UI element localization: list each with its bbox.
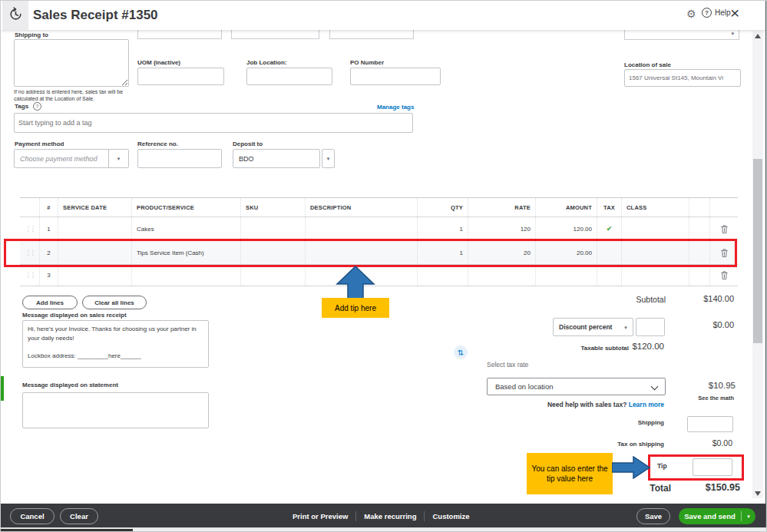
cell-qty[interactable] bbox=[418, 265, 468, 286]
total-value: $150.95 bbox=[672, 482, 740, 493]
cell-qty[interactable]: 1 bbox=[418, 241, 468, 264]
cell-service-date[interactable] bbox=[58, 265, 132, 286]
cell-tax[interactable] bbox=[597, 241, 622, 264]
cell-class[interactable] bbox=[622, 265, 689, 286]
scrollbar-thumb[interactable] bbox=[753, 159, 762, 343]
print-or-preview-button[interactable]: Print or Preview bbox=[293, 512, 348, 520]
message-statement-field[interactable] bbox=[22, 392, 209, 428]
cell-description[interactable] bbox=[306, 241, 418, 264]
discount-type-dropdown[interactable]: Discount percent ▾ bbox=[553, 318, 633, 336]
deposit-to-value: BDO bbox=[233, 150, 319, 167]
sales-tax-help-row: Need help with sales tax? Learn more bbox=[477, 401, 664, 408]
cell-amount[interactable]: 20.00 bbox=[536, 241, 597, 264]
make-recurring-button[interactable]: Make recurring bbox=[364, 512, 416, 520]
tip-value-callout: You can also enter the tip value here bbox=[527, 453, 613, 494]
deposit-to-caret-button[interactable]: ▾ bbox=[322, 149, 335, 168]
cell-qty[interactable]: 1 bbox=[418, 217, 468, 240]
cell-rate[interactable] bbox=[468, 265, 536, 286]
reference-no-field[interactable] bbox=[137, 149, 222, 168]
sales-tax-help-text: Need help with sales tax? bbox=[547, 401, 626, 408]
cell-service-date[interactable] bbox=[58, 217, 132, 240]
cell-description[interactable] bbox=[306, 217, 418, 240]
up-arrow-annotation bbox=[336, 266, 375, 299]
trash-icon bbox=[720, 224, 729, 234]
cell-service-date[interactable] bbox=[58, 241, 132, 264]
vertical-scrollbar[interactable] bbox=[752, 31, 763, 498]
uom-label: UOM (inactive) bbox=[137, 59, 180, 66]
cell-class[interactable] bbox=[622, 217, 689, 240]
save-button[interactable]: Save bbox=[636, 508, 670, 524]
scroll-up-arrow[interactable] bbox=[755, 34, 761, 38]
cell-sku[interactable] bbox=[241, 265, 306, 286]
cell-product[interactable]: Tips Service Item (Cash) bbox=[132, 241, 241, 264]
tax-rate-dropdown[interactable]: Based on location bbox=[487, 378, 666, 395]
partial-field-1[interactable] bbox=[137, 30, 222, 39]
horizontal-scrollbar[interactable] bbox=[1, 527, 767, 532]
cell-rate[interactable]: 20 bbox=[468, 241, 536, 264]
chevron-down-icon[interactable]: ▾ bbox=[742, 514, 755, 520]
cell-sku[interactable] bbox=[241, 241, 306, 264]
shipping-field[interactable] bbox=[687, 416, 733, 432]
partial-field-4[interactable]: ▾ bbox=[624, 30, 739, 40]
message-receipt-label: Message displayed on sales receipt bbox=[22, 312, 127, 319]
gear-icon[interactable]: ⚙ bbox=[686, 8, 696, 20]
delete-row-button[interactable] bbox=[710, 265, 738, 286]
cell-num: 2 bbox=[40, 241, 58, 264]
discount-amount-field[interactable] bbox=[636, 318, 665, 336]
cancel-button[interactable]: Cancel bbox=[10, 508, 55, 524]
drag-handle-icon[interactable]: ⋮⋮ bbox=[25, 226, 35, 233]
delete-row-button[interactable] bbox=[710, 241, 738, 264]
cell-num: 1 bbox=[40, 217, 58, 240]
clear-all-lines-button[interactable]: Clear all lines bbox=[82, 296, 147, 309]
swap-arrows-icon[interactable]: ⇅ bbox=[454, 345, 468, 359]
cell-tax: ✔ bbox=[597, 217, 622, 240]
cell-product[interactable] bbox=[132, 265, 241, 286]
add-lines-button[interactable]: Add lines bbox=[22, 296, 78, 309]
job-location-field[interactable] bbox=[246, 68, 332, 85]
drag-handle-icon[interactable]: ⋮⋮ bbox=[25, 249, 35, 256]
cell-product[interactable]: Cakes bbox=[132, 217, 241, 240]
cell-amount[interactable]: 120.00 bbox=[536, 217, 597, 240]
uom-field[interactable] bbox=[137, 68, 224, 85]
cell-num: 3 bbox=[40, 265, 58, 286]
cell-class[interactable] bbox=[622, 241, 689, 264]
see-the-math-link[interactable]: See the math bbox=[669, 395, 734, 401]
job-location-label: Job Location: bbox=[246, 59, 286, 66]
col-header-qty: QTY bbox=[418, 198, 468, 216]
clear-button[interactable]: Clear bbox=[60, 508, 98, 524]
po-number-field[interactable] bbox=[350, 68, 441, 85]
tags-help-icon[interactable]: ? bbox=[33, 102, 41, 111]
drag-handle-icon[interactable]: ⋮⋮ bbox=[25, 272, 35, 279]
scrollbar-thumb[interactable] bbox=[1, 529, 133, 532]
line-items-table: # SERVICE DATE PRODUCT/SERVICE SKU DESCR… bbox=[20, 197, 738, 286]
close-icon[interactable]: × bbox=[730, 4, 739, 22]
customize-button[interactable]: Customize bbox=[432, 512, 469, 520]
partial-field-3[interactable] bbox=[329, 30, 414, 39]
cell-tax[interactable] bbox=[597, 265, 622, 286]
recent-transactions-button[interactable] bbox=[2, 1, 28, 30]
cell-amount[interactable] bbox=[536, 265, 597, 286]
message-receipt-field[interactable]: Hi, here's your Invoice. Thanks for choo… bbox=[22, 320, 209, 368]
tax-check-icon[interactable]: ✔ bbox=[607, 225, 613, 233]
col-header-service-date: SERVICE DATE bbox=[58, 198, 132, 216]
shipping-to-field[interactable] bbox=[14, 39, 129, 87]
payment-method-dropdown[interactable]: Choose payment method ▾ bbox=[14, 149, 129, 168]
delete-row-button[interactable] bbox=[710, 217, 738, 240]
help-button[interactable]: ? Help bbox=[702, 8, 731, 18]
scroll-down-arrow[interactable] bbox=[755, 491, 761, 496]
location-of-sale-field[interactable]: 1567 Universal St145, Mountain Vi bbox=[624, 69, 741, 87]
chevron-down-icon: ▾ bbox=[624, 325, 627, 330]
deposit-to-dropdown[interactable]: BDO bbox=[233, 149, 320, 168]
manage-tags-link[interactable]: Manage tags bbox=[377, 104, 414, 111]
tax-rate-value: Based on location bbox=[495, 382, 554, 391]
tax-value: $10.95 bbox=[684, 381, 736, 390]
chevron-down-icon: ▾ bbox=[117, 156, 121, 161]
chevron-down-icon bbox=[651, 383, 659, 391]
cell-rate[interactable]: 120 bbox=[468, 217, 536, 240]
tags-input[interactable] bbox=[14, 113, 413, 133]
tip-field[interactable] bbox=[693, 458, 732, 476]
partial-field-2[interactable] bbox=[231, 30, 319, 39]
save-and-send-button[interactable]: Save and send ▾ bbox=[679, 508, 755, 524]
cell-sku[interactable] bbox=[241, 217, 306, 240]
learn-more-link[interactable]: Learn more bbox=[629, 401, 664, 408]
